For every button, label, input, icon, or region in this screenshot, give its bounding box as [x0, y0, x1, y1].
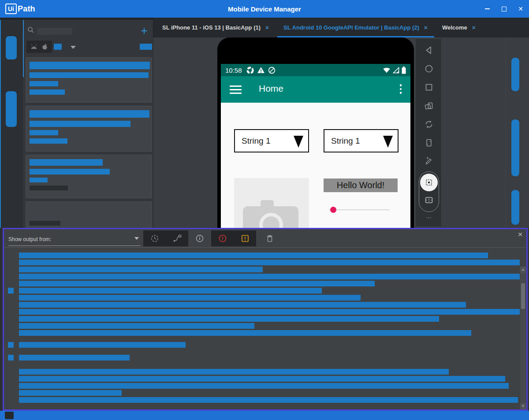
seekbar-thumb[interactable]	[330, 207, 336, 213]
log-row[interactable]	[19, 260, 500, 265]
collapsed-panel-tab[interactable]	[511, 190, 519, 225]
output-source-dropdown[interactable]: Show output from:	[8, 235, 141, 246]
clear-output-button[interactable]	[260, 230, 280, 246]
add-device-button[interactable]: +	[141, 24, 148, 37]
log-row[interactable]	[19, 281, 500, 286]
log-row[interactable]	[19, 323, 500, 329]
log-row[interactable]	[19, 316, 500, 322]
rail-item-redacted[interactable]	[6, 91, 17, 127]
cell-signal-icon	[392, 67, 400, 74]
log-row[interactable]	[19, 355, 500, 361]
info-icon	[194, 233, 205, 244]
log-row-marker[interactable]	[8, 355, 14, 361]
fit-screen-button[interactable]	[424, 195, 434, 205]
spinner-1[interactable]: String 1	[234, 129, 309, 152]
rotate-device-button[interactable]	[424, 100, 434, 111]
redacted-log-text	[19, 323, 254, 329]
filter-chip-right[interactable]	[140, 44, 152, 50]
error-filter-button[interactable]	[211, 230, 234, 246]
search-input[interactable]	[37, 28, 72, 35]
device-card[interactable]	[26, 155, 152, 198]
filter-chip[interactable]	[54, 44, 62, 50]
emulator-area: 10:58	[153, 37, 529, 228]
log-row-marker[interactable]	[8, 288, 14, 294]
output-panel: Show output from:	[3, 228, 528, 411]
wifi-icon	[383, 67, 391, 74]
scrollbar-thumb[interactable]	[521, 283, 525, 309]
image-placeholder	[234, 178, 309, 228]
tab-label: SL iPhone 11 - iOS 13 | BasicApp (1)	[162, 24, 261, 31]
close-button[interactable]: ✕	[512, 0, 529, 18]
log-row[interactable]	[19, 253, 500, 258]
log-row[interactable]	[19, 330, 500, 336]
scroll-down-icon[interactable]: ▼	[520, 403, 526, 409]
chevron-down-icon[interactable]	[71, 46, 76, 49]
hamburger-menu-icon[interactable]	[230, 85, 242, 96]
timestamp-toggle-button[interactable]	[143, 230, 166, 246]
warning-icon	[240, 233, 250, 244]
log-row[interactable]	[19, 397, 500, 403]
android-icon	[30, 43, 38, 50]
tab-2[interactable]: SL Android 10 GoogleAPI Emulator | Basic…	[276, 18, 435, 37]
collapsed-panel-tab[interactable]	[511, 58, 519, 91]
flow-trace-button[interactable]	[166, 230, 188, 246]
redacted-log-text	[19, 302, 466, 308]
tab-1[interactable]: SL iPhone 11 - iOS 13 | BasicApp (1)✕	[155, 18, 276, 37]
maximize-button[interactable]	[495, 0, 512, 18]
log-row[interactable]	[19, 295, 500, 301]
device-card[interactable]	[26, 106, 152, 152]
dashed-select-icon	[424, 177, 434, 188]
log-row[interactable]	[19, 288, 500, 294]
collapsed-panel-tab[interactable]	[511, 119, 519, 176]
output-log-area: ▲ ▼	[4, 248, 526, 410]
tab-close-icon[interactable]: ✕	[265, 25, 269, 31]
log-row[interactable]	[19, 342, 500, 348]
redacted-text-bar	[30, 110, 149, 118]
platform-filter[interactable]	[26, 41, 52, 53]
redacted-log-text	[19, 390, 122, 396]
spinner-caret-icon	[294, 136, 303, 148]
redacted-log-text	[19, 355, 130, 361]
rail-item-redacted[interactable]	[6, 36, 17, 59]
log-row[interactable]	[19, 383, 500, 389]
log-row[interactable]	[19, 274, 500, 279]
redacted-text-bar	[30, 138, 67, 144]
spinner-2[interactable]: String 1	[324, 129, 399, 152]
redacted-text-bar	[30, 169, 110, 175]
device-card[interactable]	[26, 57, 152, 103]
android-home-button[interactable]	[424, 63, 434, 74]
log-row[interactable]	[19, 376, 500, 382]
android-recents-button[interactable]	[424, 82, 434, 93]
warning-filter-button[interactable]	[234, 230, 256, 246]
refresh-button[interactable]	[424, 119, 434, 130]
seekbar[interactable]	[329, 207, 390, 213]
overflow-menu-icon[interactable]	[400, 84, 402, 96]
output-close-button[interactable]: ✕	[518, 231, 523, 238]
minimize-button[interactable]	[479, 0, 495, 18]
tab-label: Welcome	[442, 24, 467, 31]
log-row[interactable]	[19, 309, 500, 315]
element-select-button-active[interactable]	[420, 174, 438, 191]
android-phone-frame: 10:58	[217, 37, 414, 228]
redacted-text-bar	[30, 62, 150, 69]
scroll-up-icon[interactable]: ▲	[520, 267, 526, 273]
android-back-button[interactable]	[424, 45, 434, 56]
tab-3[interactable]: Welcome✕	[435, 18, 483, 37]
tab-close-icon[interactable]: ✕	[424, 25, 428, 31]
log-row[interactable]	[19, 369, 500, 375]
device-screen-button[interactable]	[424, 138, 434, 148]
log-row-marker[interactable]	[8, 342, 14, 348]
tab-close-icon[interactable]: ✕	[472, 25, 476, 31]
redacted-text-bar	[30, 159, 103, 166]
log-row[interactable]	[19, 390, 500, 396]
phone-screen[interactable]: 10:58	[221, 64, 410, 228]
error-icon	[217, 233, 228, 244]
log-row[interactable]	[19, 267, 500, 272]
info-filter-button[interactable]	[189, 230, 210, 246]
status-bar-item[interactable]	[5, 412, 14, 419]
toolbar-more-button[interactable]: …	[416, 212, 442, 219]
redacted-text-bar	[30, 72, 149, 78]
log-row[interactable]	[19, 302, 500, 308]
magic-pen-button[interactable]	[424, 156, 434, 166]
output-scrollbar[interactable]: ▲ ▼	[520, 267, 526, 409]
